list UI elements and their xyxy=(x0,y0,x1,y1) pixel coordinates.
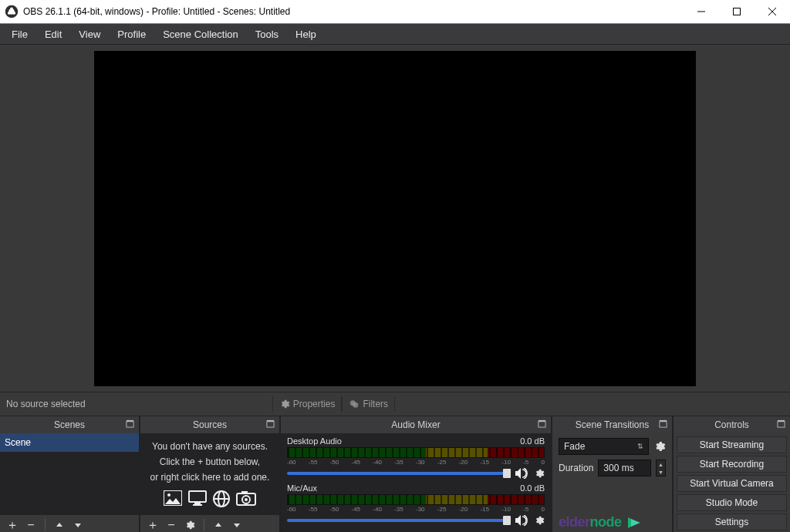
dock-controls-title: Controls xyxy=(714,419,749,430)
svg-point-3 xyxy=(8,12,11,15)
sources-footer: ＋ − xyxy=(140,514,279,532)
gear-icon xyxy=(279,399,290,409)
gear-icon[interactable] xyxy=(653,440,666,453)
gear-icon[interactable] xyxy=(534,468,545,479)
minimize-button[interactable] xyxy=(684,0,719,23)
watermark: eldernode xyxy=(559,514,642,530)
transitions-body: Fade ⇅ Duration 300 ms ▲▼ eldernode xyxy=(552,433,672,532)
dock-audio-header[interactable]: Audio Mixer xyxy=(281,416,551,433)
audio-mixer-body: Desktop Audio 0.0 dB -60-55-50-45-40-35-… xyxy=(281,433,551,532)
dock-popout-icon[interactable] xyxy=(126,419,134,428)
chevron-up-icon[interactable]: ▲ xyxy=(657,460,665,468)
duration-label: Duration xyxy=(559,463,593,473)
close-button[interactable] xyxy=(755,0,790,23)
dock-scenes: Scenes Scene ＋ − xyxy=(0,416,140,532)
scene-add-button[interactable]: ＋ xyxy=(5,517,20,532)
volume-slider[interactable] xyxy=(287,472,511,475)
properties-button[interactable]: Properties xyxy=(272,396,343,412)
svg-rect-13 xyxy=(267,422,274,427)
source-properties-button[interactable] xyxy=(182,517,198,532)
scene-down-button[interactable] xyxy=(70,517,86,532)
filters-label: Filters xyxy=(363,399,388,409)
volume-slider[interactable] xyxy=(287,519,511,522)
docks-row: Scenes Scene ＋ − Sources You don't have … xyxy=(0,416,790,532)
speaker-icon[interactable] xyxy=(515,468,529,479)
scene-item[interactable]: Scene xyxy=(0,433,139,452)
empty-line2: Click the + button below, xyxy=(160,456,260,467)
menu-view[interactable]: View xyxy=(70,25,109,43)
preview-canvas[interactable] xyxy=(94,51,696,386)
dock-controls: Controls Start Streaming Start Recording… xyxy=(674,416,790,532)
empty-line3: or right click here to add one. xyxy=(150,472,270,483)
filters-icon xyxy=(349,399,360,409)
source-up-button[interactable] xyxy=(211,517,226,532)
app-icon xyxy=(5,5,19,19)
audio-meter xyxy=(287,447,545,458)
transition-value: Fade xyxy=(564,441,585,452)
dock-sources-title: Sources xyxy=(193,419,227,430)
window-titlebar: OBS 26.1.1 (64-bit, windows) - Profile: … xyxy=(0,0,790,24)
menu-file[interactable]: File xyxy=(3,25,36,43)
maximize-button[interactable] xyxy=(719,0,755,23)
audio-channel-mic: Mic/Aux 0.0 dB -60-55-50-45-40-35-30-25-… xyxy=(281,480,551,527)
sources-list[interactable]: You don't have any sources. Click the + … xyxy=(140,433,279,514)
scene-list[interactable]: Scene xyxy=(0,433,139,514)
menu-profile[interactable]: Profile xyxy=(109,25,154,43)
svg-rect-31 xyxy=(778,422,785,427)
svg-point-26 xyxy=(245,498,248,501)
chevron-down-icon[interactable]: ▼ xyxy=(657,468,665,476)
dock-scenes-title: Scenes xyxy=(54,419,85,430)
dock-audio-title: Audio Mixer xyxy=(391,419,440,430)
source-toolbar: No source selected Properties Filters xyxy=(0,392,790,416)
audio-ch-name: Mic/Aux xyxy=(287,483,317,493)
window-title: OBS 26.1.1 (64-bit, windows) - Profile: … xyxy=(23,6,684,17)
start-recording-button[interactable]: Start Recording xyxy=(677,456,787,473)
svg-rect-30 xyxy=(660,420,667,422)
controls-body: Start Streaming Start Recording Start Vi… xyxy=(674,433,790,532)
dock-popout-icon[interactable] xyxy=(777,419,785,428)
menu-help[interactable]: Help xyxy=(287,25,325,43)
dock-controls-header[interactable]: Controls xyxy=(674,416,790,433)
svg-rect-29 xyxy=(660,422,667,427)
image-source-icon xyxy=(164,490,182,507)
svg-rect-11 xyxy=(127,422,133,427)
start-streaming-button[interactable]: Start Streaming xyxy=(677,436,787,453)
filters-button[interactable]: Filters xyxy=(342,396,395,412)
gear-icon[interactable] xyxy=(534,515,545,526)
dock-scenes-header[interactable]: Scenes xyxy=(0,416,139,433)
source-add-button[interactable]: ＋ xyxy=(145,517,160,532)
dock-popout-icon[interactable] xyxy=(266,419,275,428)
svg-rect-14 xyxy=(267,420,274,422)
duration-spinner[interactable]: ▲▼ xyxy=(656,460,666,476)
svg-point-2 xyxy=(10,7,13,10)
slider-thumb[interactable] xyxy=(503,469,511,478)
studio-mode-button[interactable]: Studio Mode xyxy=(677,494,787,511)
svg-rect-24 xyxy=(241,491,248,494)
speaker-icon[interactable] xyxy=(515,515,529,526)
settings-button[interactable]: Settings xyxy=(677,513,787,530)
svg-rect-17 xyxy=(189,491,206,502)
dock-popout-icon[interactable] xyxy=(538,419,546,428)
dock-popout-icon[interactable] xyxy=(659,419,667,428)
audio-channel-desktop: Desktop Audio 0.0 dB -60-55-50-45-40-35-… xyxy=(281,433,551,480)
slider-thumb[interactable] xyxy=(503,516,511,525)
menu-tools[interactable]: Tools xyxy=(247,25,287,43)
audio-ch-name: Desktop Audio xyxy=(287,436,342,446)
sources-empty-hint: You don't have any sources. Click the + … xyxy=(140,433,279,514)
properties-label: Properties xyxy=(293,399,336,409)
svg-rect-32 xyxy=(778,420,785,422)
dock-audio-mixer: Audio Mixer Desktop Audio 0.0 dB -60-55-… xyxy=(281,416,552,532)
menu-scene-collection[interactable]: Scene Collection xyxy=(154,25,247,43)
duration-input[interactable]: 300 ms xyxy=(598,460,651,476)
source-down-button[interactable] xyxy=(229,517,245,532)
source-remove-button[interactable]: − xyxy=(164,517,179,532)
dock-sources-header[interactable]: Sources xyxy=(140,416,279,433)
svg-point-16 xyxy=(167,493,170,497)
empty-line1: You don't have any sources. xyxy=(152,441,268,452)
scene-remove-button[interactable]: − xyxy=(23,517,39,532)
scene-up-button[interactable] xyxy=(52,517,67,532)
start-virtual-camera-button[interactable]: Start Virtual Camera xyxy=(677,475,787,492)
menu-edit[interactable]: Edit xyxy=(36,25,70,43)
transition-select[interactable]: Fade ⇅ xyxy=(559,438,649,455)
dock-transitions-header[interactable]: Scene Transitions xyxy=(552,416,672,433)
